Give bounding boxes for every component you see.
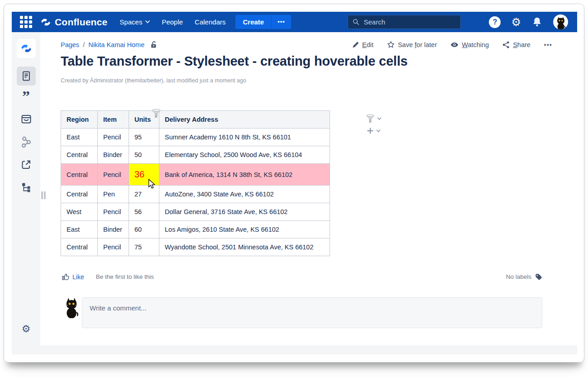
comment-input[interactable]: Write a comment... <box>82 297 542 328</box>
like-label: Like <box>72 273 84 281</box>
table-cell: Pencil <box>98 239 129 256</box>
star-icon <box>387 41 395 48</box>
table-row: East Pencil 95 Sumner Academy 1610 N 8th… <box>61 129 330 146</box>
table-row: East Binder 60 Los Amigos, 2610 State Av… <box>61 221 330 239</box>
table-cell: Pen <box>98 186 129 203</box>
eye-icon <box>450 42 459 48</box>
mouse-cursor <box>148 179 155 189</box>
quote-icon: ” <box>22 92 30 101</box>
nav-spaces[interactable]: Spaces <box>120 18 150 26</box>
labels-button[interactable]: No labels <box>506 273 542 281</box>
breadcrumb-pages-link[interactable]: Pages <box>61 41 79 48</box>
column-header-delivery-address[interactable]: Delivery Address <box>159 111 330 129</box>
table-add-control[interactable] <box>366 127 382 134</box>
watching-button[interactable]: Watching <box>450 41 489 48</box>
nav-people[interactable]: People <box>162 18 183 26</box>
table-cell: Los Amigos, 2610 State Ave, KS 66102 <box>159 221 330 239</box>
table-filter-control[interactable] <box>366 114 382 123</box>
table-row: West Pencil 56 Dollar General, 3716 Stat… <box>61 203 330 221</box>
comment-placeholder: Write a comment... <box>90 304 147 312</box>
table-cell: Pencil <box>98 203 129 221</box>
document-icon <box>21 71 31 81</box>
sidebar-resize-handle[interactable] <box>41 191 46 199</box>
app-name: Confluence <box>55 17 107 28</box>
calendar-icon <box>20 114 32 124</box>
table-cell: West <box>61 203 98 221</box>
table-cell: 56 <box>129 203 159 221</box>
column-header-region[interactable]: Region <box>61 111 98 129</box>
table-cell: Binder <box>98 221 129 239</box>
page-title: Table Transformer - Stylesheet - creatin… <box>61 54 408 69</box>
nav-calendars[interactable]: Calendars <box>195 18 225 26</box>
sidebar-item-shared-links[interactable] <box>21 136 32 148</box>
create-button[interactable]: Create <box>235 15 271 29</box>
create-more-button[interactable]: ••• <box>271 15 291 29</box>
confluence-logo[interactable]: Confluence <box>40 17 107 28</box>
tag-icon <box>535 273 542 281</box>
table-cell: Pencil <box>98 129 129 146</box>
confluence-space-icon <box>20 43 32 54</box>
breadcrumb-separator: / <box>83 41 85 48</box>
column-header-item[interactable]: Item <box>98 111 129 129</box>
table-cell: 50 <box>129 146 159 164</box>
sidebar-item-external[interactable] <box>21 159 32 170</box>
table-row: Central Binder 50 Elementary School, 250… <box>61 146 330 164</box>
sidebar-item-calendars[interactable] <box>20 114 32 124</box>
footer-band <box>12 345 577 354</box>
user-avatar[interactable] <box>553 14 568 29</box>
comment-avatar <box>64 296 79 320</box>
table-cell: Central <box>61 239 98 256</box>
table-row-highlighted: Central Pencil 36 Bank of America, 1314 … <box>61 164 330 186</box>
table-cell: Sumner Academy 1610 N 8th St, KS 66101 <box>159 129 330 146</box>
cat-avatar-icon <box>555 16 566 29</box>
search-input[interactable] <box>363 18 445 26</box>
chevron-down-icon <box>145 20 150 24</box>
like-hint: Be the first to like this <box>96 273 154 280</box>
notifications-bell-icon[interactable] <box>531 16 543 28</box>
unlock-icon[interactable] <box>150 41 158 48</box>
nav-right-icons: ? ⚙ <box>489 14 568 29</box>
table-cell: Central <box>61 164 98 186</box>
search-box[interactable] <box>348 15 461 29</box>
link-nodes-icon <box>21 136 32 148</box>
plus-icon <box>367 127 374 134</box>
share-button[interactable]: Share <box>502 41 531 48</box>
sidebar-item-blog[interactable]: ” <box>22 92 30 101</box>
labels-text: No labels <box>506 273 531 280</box>
sidebar-item-page-tree[interactable] <box>21 182 31 193</box>
save-for-later-button[interactable]: Save for later <box>387 41 437 48</box>
table-side-controls <box>366 114 382 138</box>
page-actions: Edit Save for later Watching <box>352 41 552 48</box>
settings-gear-icon[interactable]: ⚙ <box>511 17 521 28</box>
breadcrumb-current-link[interactable]: Nikita Kamai Home <box>88 41 144 48</box>
help-icon[interactable]: ? <box>489 16 501 28</box>
table-cell: Dollar General, 3716 State Ave, KS 66102 <box>159 203 330 221</box>
sidebar-item-pages[interactable] <box>17 67 36 86</box>
column-filter-funnel-icon[interactable] <box>152 109 161 118</box>
table-row: Central Pen 27 AutoZone, 3400 State Ave,… <box>61 186 330 203</box>
table-cell: Pencil <box>98 164 129 186</box>
create-button-group: Create ••• <box>235 15 291 29</box>
table-row: Central Pencil 75 Wyandotte School, 2501… <box>61 239 330 256</box>
screenshot-stage: Confluence Spaces People Calendars Creat… <box>0 0 588 377</box>
table-cell: Wyandotte School, 2501 Minnesota Ave, KS… <box>159 239 330 256</box>
edit-button[interactable]: Edit <box>352 41 373 48</box>
external-link-icon <box>21 159 32 170</box>
chevron-down-icon <box>377 117 382 120</box>
page-more-button[interactable]: ••• <box>544 41 552 48</box>
cat-avatar-icon <box>64 296 79 318</box>
sidebar-settings[interactable]: ⚙ <box>22 324 31 334</box>
sidebar-space-logo[interactable] <box>17 39 36 58</box>
nav-menu: Spaces People Calendars <box>120 18 225 26</box>
table-cell: Bank of America, 1314 N 38th St, KS 6610… <box>159 164 330 186</box>
table-cell: Binder <box>98 146 129 164</box>
table-cell: East <box>61 221 98 239</box>
table-cell: 75 <box>129 239 159 256</box>
app-switcher-icon[interactable] <box>20 16 32 28</box>
filter-funnel-icon <box>366 114 375 123</box>
data-table: Region Item Units Delivery Address East … <box>61 110 330 256</box>
search-icon <box>353 19 359 25</box>
browser-frame: Confluence Spaces People Calendars Creat… <box>4 4 584 363</box>
table-cell: Central <box>61 186 98 203</box>
like-button[interactable]: Like <box>62 273 84 281</box>
